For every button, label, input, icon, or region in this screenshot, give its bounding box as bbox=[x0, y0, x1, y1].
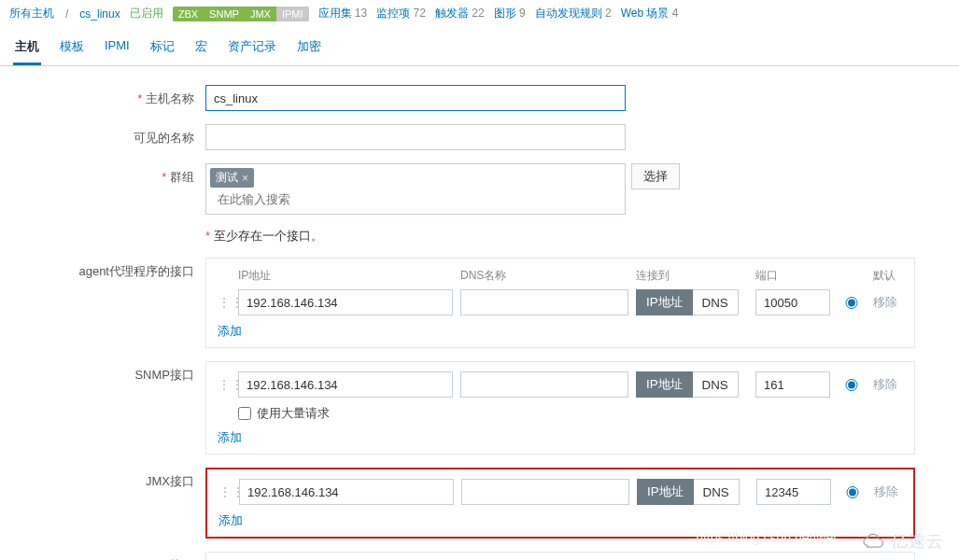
label-ipmi-iface: IPMI接口 bbox=[0, 552, 205, 560]
tab-inventory[interactable]: 资产记录 bbox=[226, 31, 278, 65]
iface-hint: 至少存在一个接口。 bbox=[205, 229, 323, 243]
badge-jmx[interactable]: JMX bbox=[245, 7, 276, 21]
topbar: 所有主机 / cs_linux 已启用 ZBX SNMP JMX IPMI 应用… bbox=[0, 0, 959, 27]
agent-dns-input[interactable] bbox=[460, 289, 628, 315]
snmp-bulk-label: 使用大量请求 bbox=[257, 405, 330, 422]
agent-interface-row: ⋮⋮ IP地址 DNS 移除 bbox=[218, 289, 903, 315]
snmp-add-link[interactable]: 添加 bbox=[218, 429, 242, 446]
tabs: 主机 模板 IPMI 标记 宏 资产记录 加密 bbox=[0, 31, 959, 66]
tab-ipmi[interactable]: IPMI bbox=[103, 31, 132, 65]
snmp-port-input[interactable] bbox=[755, 371, 830, 398]
label-host-name: 主机名称 bbox=[0, 85, 205, 107]
badge-group: ZBX SNMP JMX IPMI bbox=[173, 7, 309, 21]
col-dns: DNS名称 bbox=[460, 268, 628, 284]
badge-snmp[interactable]: SNMP bbox=[204, 7, 245, 21]
jmx-ip-input[interactable] bbox=[239, 479, 454, 505]
jmx-interface-block: ⋮⋮ IP地址 DNS 移除 添加 bbox=[205, 468, 915, 539]
jmx-connect-dns[interactable]: DNS bbox=[694, 479, 740, 505]
jmx-remove-link[interactable]: 移除 bbox=[874, 483, 921, 500]
label-visible-name: 可见的名称 bbox=[0, 124, 205, 147]
jmx-connect-toggle: IP地址 DNS bbox=[637, 479, 749, 505]
agent-connect-dns[interactable]: DNS bbox=[693, 289, 739, 315]
snmp-interface-row: ⋮⋮ IP地址 DNS 移除 bbox=[218, 371, 903, 398]
ipmi-interface-block: 添加 bbox=[205, 552, 915, 560]
group-tag-label: 测试 bbox=[216, 170, 238, 186]
col-ip: IP地址 bbox=[238, 268, 453, 284]
group-tag[interactable]: 测试 × bbox=[210, 168, 254, 188]
input-visible-name[interactable] bbox=[205, 124, 626, 150]
agent-add-link[interactable]: 添加 bbox=[218, 323, 242, 340]
agent-port-input[interactable] bbox=[755, 289, 830, 315]
stat-apps[interactable]: 应用集 13 bbox=[318, 6, 368, 21]
label-groups: 群组 bbox=[0, 163, 205, 186]
col-connect: 连接到 bbox=[636, 268, 748, 284]
snmp-dns-input[interactable] bbox=[460, 371, 628, 398]
tab-host[interactable]: 主机 bbox=[13, 31, 41, 65]
tab-template[interactable]: 模板 bbox=[58, 31, 86, 65]
jmx-port-input[interactable] bbox=[756, 479, 831, 505]
group-search-input[interactable] bbox=[210, 188, 621, 210]
snmp-remove-link[interactable]: 移除 bbox=[873, 376, 920, 393]
jmx-add-link[interactable]: 添加 bbox=[219, 512, 243, 529]
agent-remove-link[interactable]: 移除 bbox=[873, 294, 920, 311]
stat-graphs[interactable]: 图形 9 bbox=[494, 6, 526, 21]
status-enabled[interactable]: 已启用 bbox=[130, 6, 163, 21]
agent-ip-input[interactable] bbox=[238, 289, 453, 315]
stat-web[interactable]: Web 场景 4 bbox=[621, 6, 679, 21]
tab-tags[interactable]: 标记 bbox=[148, 31, 176, 65]
badge-zbx[interactable]: ZBX bbox=[173, 7, 204, 21]
stat-discovery[interactable]: 自动发现规则 2 bbox=[535, 6, 612, 21]
drag-handle-icon[interactable]: ⋮⋮ bbox=[219, 484, 232, 499]
host-form: 主机名称 可见的名称 群组 测试 × 选择 至少存在一个接口。 bbox=[0, 66, 959, 560]
col-port: 端口 bbox=[755, 268, 830, 284]
tab-macros[interactable]: 宏 bbox=[193, 31, 209, 65]
groups-multiselect[interactable]: 测试 × bbox=[205, 163, 626, 215]
label-jmx-iface: JMX接口 bbox=[0, 468, 205, 490]
select-group-button[interactable]: 选择 bbox=[631, 163, 680, 189]
agent-connect-ip[interactable]: IP地址 bbox=[636, 289, 693, 315]
drag-handle-icon[interactable]: ⋮⋮ bbox=[218, 295, 231, 310]
stat-items[interactable]: 监控项 72 bbox=[376, 6, 426, 21]
snmp-interface-block: ⋮⋮ IP地址 DNS 移除 使用大量请求 添加 bbox=[205, 361, 915, 455]
jmx-connect-ip[interactable]: IP地址 bbox=[637, 479, 694, 505]
jmx-dns-input[interactable] bbox=[461, 479, 629, 505]
agent-default-radio[interactable] bbox=[838, 297, 866, 309]
snmp-connect-ip[interactable]: IP地址 bbox=[636, 371, 693, 398]
breadcrumb-current[interactable]: cs_linux bbox=[79, 7, 120, 21]
snmp-bulk-checkbox[interactable] bbox=[238, 407, 251, 420]
input-host-name[interactable] bbox=[205, 85, 626, 111]
agent-interface-block: IP地址 DNS名称 连接到 端口 默认 ⋮⋮ IP地址 DNS bbox=[205, 258, 915, 348]
label-agent-iface: agent代理程序的接口 bbox=[0, 258, 205, 280]
snmp-connect-toggle: IP地址 DNS bbox=[636, 371, 748, 398]
badge-ipmi[interactable]: IPMI bbox=[276, 7, 309, 21]
tab-encryption[interactable]: 加密 bbox=[295, 31, 323, 65]
agent-connect-toggle: IP地址 DNS bbox=[636, 289, 748, 315]
jmx-interface-row: ⋮⋮ IP地址 DNS 移除 bbox=[219, 479, 902, 505]
snmp-connect-dns[interactable]: DNS bbox=[693, 371, 739, 398]
breadcrumb-sep: / bbox=[63, 7, 70, 21]
col-default: 默认 bbox=[873, 268, 920, 284]
jmx-default-radio[interactable] bbox=[839, 486, 867, 498]
snmp-ip-input[interactable] bbox=[238, 371, 453, 398]
snmp-default-radio[interactable] bbox=[838, 379, 866, 391]
close-icon[interactable]: × bbox=[242, 172, 248, 185]
label-snmp-iface: SNMP接口 bbox=[0, 361, 205, 384]
breadcrumb-all-hosts[interactable]: 所有主机 bbox=[9, 6, 54, 21]
stat-triggers[interactable]: 触发器 22 bbox=[435, 6, 485, 21]
drag-handle-icon[interactable]: ⋮⋮ bbox=[218, 377, 231, 392]
